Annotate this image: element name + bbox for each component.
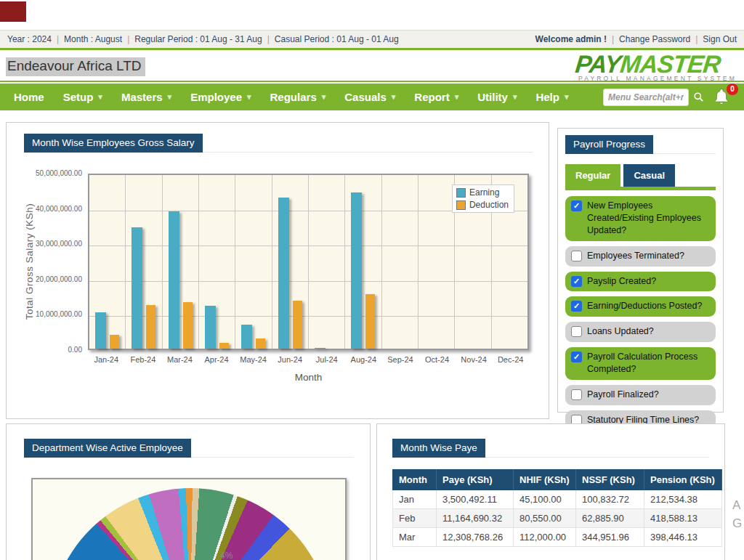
- notification-bell-icon[interactable]: 0: [712, 86, 737, 108]
- earning-bar[interactable]: [278, 198, 289, 349]
- chart-legend: EarningDeduction: [452, 184, 514, 213]
- deduction-bar[interactable]: [219, 343, 229, 349]
- checkbox[interactable]: [571, 251, 582, 261]
- table-cell: 62,885.90: [576, 509, 644, 528]
- table-cell: 100,832.72: [576, 490, 644, 509]
- clipped-letter: G: [732, 516, 742, 531]
- browser-corner-marker: [0, 1, 26, 22]
- period-info-item: Year : 2024: [7, 34, 52, 44]
- progress-item[interactable]: ✓Payslip Created?: [565, 272, 716, 292]
- table-cell: 80,550.00: [514, 509, 576, 528]
- paye-panel: Month Wise Paye MonthPaye (KSh)NHIF (KSh…: [376, 423, 725, 560]
- company-name: Endeavour Africa LTD: [6, 57, 145, 76]
- month-column: [382, 175, 418, 349]
- nav-item-utility[interactable]: Utility▾: [468, 91, 526, 103]
- progress-item-label: Payroll Finalized?: [587, 389, 659, 401]
- progress-item[interactable]: ✓New Employees Created/Existing Employee…: [565, 196, 716, 241]
- deduction-bar[interactable]: [293, 301, 302, 349]
- clipped-letter: A: [732, 498, 742, 513]
- sign-out-link[interactable]: Sign Out: [703, 34, 737, 44]
- checkbox[interactable]: [571, 326, 582, 337]
- chevron-down-icon: ▾: [565, 92, 569, 102]
- nav-item-regulars[interactable]: Regulars▾: [261, 91, 336, 103]
- earning-bar[interactable]: [132, 227, 142, 349]
- earning-bar[interactable]: [241, 325, 252, 349]
- department-pie-chart: 4%: [31, 478, 347, 560]
- department-panel-title: Department Wise Active Employee: [24, 439, 191, 458]
- search-icon[interactable]: [689, 89, 708, 106]
- main-navigation: HomeSetup▾Masters▾Employee▾Regulars▾Casu…: [0, 84, 744, 110]
- checkbox[interactable]: ✓: [571, 352, 582, 362]
- x-tick-label: Jul-24: [308, 355, 345, 364]
- pie-graphic[interactable]: [49, 488, 332, 560]
- month-column: [126, 175, 162, 349]
- y-axis-label: Total Gross Salary (KSh): [24, 160, 39, 363]
- progress-item[interactable]: ✓Earning/Deductions Posted?: [565, 296, 716, 317]
- notification-badge: 0: [727, 84, 738, 95]
- progress-item-label: Loans Updated?: [587, 325, 654, 338]
- earning-bar[interactable]: [351, 192, 362, 349]
- progress-item[interactable]: Payroll Finalized?: [565, 385, 716, 405]
- chevron-down-icon: ▾: [247, 92, 251, 102]
- nav-item-casuals[interactable]: Casuals▾: [335, 91, 405, 103]
- period-info-item: Casual Period : 01 Aug - 01 Aug: [275, 34, 399, 44]
- chevron-down-icon: ▾: [513, 92, 517, 102]
- legend-swatch: [456, 200, 466, 210]
- table-header-cell: Paye (KSh): [437, 470, 514, 490]
- x-tick-label: Sep-24: [382, 355, 419, 364]
- nav-item-employee[interactable]: Employee▾: [181, 91, 260, 103]
- progress-item[interactable]: Employees Terminated?: [565, 246, 716, 267]
- legend-label: Deduction: [469, 200, 509, 210]
- separator: |: [267, 34, 270, 44]
- checkbox[interactable]: ✓: [571, 276, 582, 287]
- nav-item-home[interactable]: Home: [4, 91, 54, 103]
- logo-master: MASTER: [619, 50, 722, 78]
- logo-pay: PAY: [574, 50, 622, 78]
- nav-item-help[interactable]: Help▾: [526, 91, 578, 103]
- earning-bar[interactable]: [315, 348, 326, 349]
- progress-item[interactable]: ✓Payroll Calculation Process Completed?: [565, 347, 716, 380]
- nav-item-masters[interactable]: Masters▾: [112, 91, 181, 103]
- table-cell: Feb: [393, 509, 437, 528]
- separator: |: [612, 34, 614, 44]
- progress-item-label: Payroll Calculation Process Completed?: [587, 351, 710, 376]
- chevron-down-icon: ▾: [322, 92, 326, 102]
- legend-label: Earning: [469, 187, 499, 198]
- gross-salary-panel: Month Wise Employees Gross Salary Total …: [6, 122, 549, 419]
- checkbox[interactable]: [571, 389, 582, 400]
- table-cell: Mar: [393, 528, 437, 547]
- progress-item-label: New Employees Created/Existing Employees…: [587, 200, 710, 237]
- progress-item[interactable]: Loans Updated?: [565, 322, 716, 342]
- progress-item-label: Employees Terminated?: [587, 250, 684, 262]
- period-info-item: Month : August: [64, 34, 122, 44]
- nav-item-setup[interactable]: Setup▾: [54, 91, 112, 103]
- tab-underline: [565, 187, 716, 190]
- x-tick-label: Jun-24: [272, 355, 309, 364]
- table-header-cell: NSSF (KSh): [576, 470, 644, 490]
- table-cell: 398,446.13: [644, 528, 722, 547]
- deduction-bar[interactable]: [110, 335, 119, 349]
- month-column: [309, 175, 345, 349]
- table-cell: Jan: [393, 490, 437, 509]
- deduction-bar[interactable]: [146, 305, 155, 349]
- tab-regular[interactable]: Regular: [565, 164, 620, 187]
- deduction-bar[interactable]: [256, 338, 265, 349]
- month-column: [89, 175, 126, 349]
- y-tick-label: 20,000,000.00: [8, 275, 82, 283]
- department-panel: Department Wise Active Employee 4%: [6, 423, 371, 560]
- y-tick-label: 10,000,000.00: [8, 310, 82, 318]
- checkbox[interactable]: ✓: [571, 301, 582, 312]
- earning-bar[interactable]: [169, 211, 179, 349]
- earning-bar[interactable]: [95, 312, 106, 349]
- table-header-cell: Month: [393, 470, 437, 490]
- earning-bar[interactable]: [205, 306, 216, 349]
- deduction-bar[interactable]: [183, 302, 193, 349]
- nav-item-report[interactable]: Report▾: [405, 91, 468, 103]
- menu-search-input[interactable]: [603, 89, 689, 106]
- deduction-bar[interactable]: [365, 294, 375, 349]
- x-tick-label: Apr-24: [198, 355, 235, 364]
- checkbox[interactable]: ✓: [571, 200, 582, 211]
- change-password-link[interactable]: Change Password: [619, 34, 690, 44]
- month-column: [199, 175, 235, 349]
- table-row: Jan3,500,492.1145,100.00100,832.72212,53…: [393, 490, 722, 509]
